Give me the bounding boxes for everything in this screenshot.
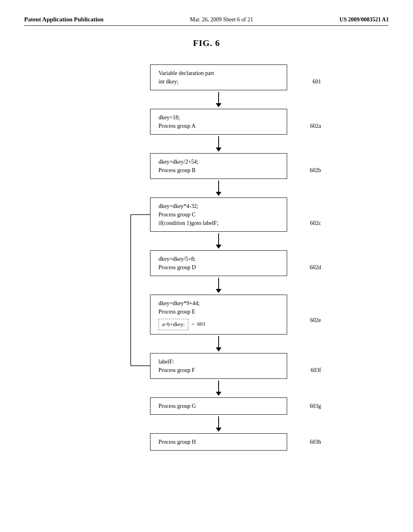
box-602b-line1: dkey=dkey/2+54; — [159, 159, 198, 165]
ref-603f: 603f — [311, 366, 321, 374]
box-603f: labelF: Process group F 603f — [150, 353, 287, 379]
arrow-head-4 — [216, 245, 221, 249]
ref-602c: 602c — [310, 219, 321, 227]
arrow-line-2 — [218, 136, 219, 148]
box-602b-line2: Process group B — [159, 167, 196, 173]
ref-602e: 602e — [310, 316, 321, 324]
box-601-line2: int dkey; — [159, 79, 178, 85]
arrow-6 — [216, 336, 221, 351]
box-602d-row: dkey=dkey/5+8; Process group D 602d — [150, 250, 287, 276]
ref-601: 601 — [313, 77, 321, 86]
box-602d: dkey=dkey/5+8; Process group D 602d — [150, 250, 287, 276]
figure-title: FIG. 6 — [24, 38, 389, 48]
arrow-head-1 — [216, 103, 221, 107]
arrow-4 — [216, 233, 221, 249]
box-602b-row: dkey=dkey/2+54; Process group B 602b — [150, 153, 287, 179]
box-603f-line1: labelF: — [159, 359, 174, 365]
box-602d-line2: Process group D — [159, 264, 196, 270]
box-601: Variable declaration part int dkey; 601 — [150, 64, 287, 90]
arrow-head-3 — [216, 192, 221, 196]
box-602c-line2: Process group C — [159, 212, 196, 218]
box-603f-row: labelF: Process group F 603f — [150, 353, 287, 379]
box-602e-row: dkey=dkey*9+44; Process group E a=b+dkey… — [150, 295, 287, 335]
arrow-line-4 — [218, 233, 219, 245]
box-602a-line2: Process group A — [159, 123, 196, 129]
arrow-line-6 — [218, 336, 219, 347]
arrow-5 — [216, 278, 221, 293]
box-602c-row: dkey=dkey*4-32; Process group C if(condi… — [150, 197, 287, 232]
ref-602d: 602d — [310, 263, 321, 272]
box-602c-line1: dkey=dkey*4-32; — [159, 203, 198, 209]
arrow-line-3 — [218, 181, 219, 192]
arrow-1 — [216, 92, 221, 107]
header-publication-type: Patent Application Publication — [24, 16, 104, 23]
box-603-inner: a=b+dkey; — [159, 319, 188, 330]
box-602a: dkey=18; Process group A 602a — [150, 109, 287, 135]
arrow-head-8 — [216, 428, 221, 432]
box-602e-line2: Process group E — [159, 309, 195, 315]
header-patent-number: US 2009/0083521 A1 — [340, 17, 389, 23]
flow-diagram: Variable declaration part int dkey; 601 … — [126, 64, 311, 451]
box-603g-row: Process group G 603g — [150, 397, 287, 415]
ref-603g: 603g — [310, 402, 321, 410]
arrow-head-6 — [216, 347, 221, 351]
box-601-line1: Variable declaration part — [159, 70, 214, 76]
box-602c-line3: if(condition 1)goto labelF; — [159, 220, 219, 226]
box-602d-line1: dkey=dkey/5+8; — [159, 256, 196, 262]
box-602b: dkey=dkey/2+54; Process group B 602b — [150, 153, 287, 179]
box-603f-line2: Process group F — [159, 367, 195, 373]
box-602a-row: dkey=18; Process group A 602a — [150, 109, 287, 135]
page-header: Patent Application Publication Mar. 26, … — [24, 16, 389, 26]
box-603h-row: Process group H 603h — [150, 433, 287, 451]
arrow-head-7 — [216, 392, 221, 396]
arrow-3 — [216, 181, 221, 196]
header-date-sheet: Mar. 26, 2009 Sheet 6 of 21 — [190, 17, 253, 23]
arrow-line-5 — [218, 278, 219, 289]
arrow-head-5 — [216, 289, 221, 293]
ref-602a: 602a — [310, 122, 321, 130]
box-603h-line1: Process group H — [159, 439, 196, 445]
arrow-2 — [216, 136, 221, 152]
box-602c: dkey=dkey*4-32; Process group C if(condi… — [150, 197, 287, 232]
arrow-line-7 — [218, 380, 219, 392]
box-602a-line1: dkey=18; — [159, 114, 180, 121]
ref-602b: 602b — [310, 166, 321, 175]
arrow-8 — [216, 416, 221, 432]
arrow-line-1 — [218, 92, 219, 103]
patent-page: { "header": { "left": "Patent Applicatio… — [0, 0, 413, 532]
box-603h: Process group H 603h — [150, 433, 287, 451]
ref-603-inner: ← 603 — [191, 320, 205, 328]
box-603g-line1: Process group G — [159, 403, 196, 409]
arrow-head-2 — [216, 148, 221, 152]
arrow-line-8 — [218, 416, 219, 428]
ref-603h: 603h — [310, 438, 321, 446]
box-602e-line1: dkey=dkey*9+44; — [159, 300, 200, 306]
box-603g: Process group G 603g — [150, 397, 287, 415]
box-601-row: Variable declaration part int dkey; 601 — [150, 64, 287, 90]
arrow-7 — [216, 380, 221, 396]
box-602e: dkey=dkey*9+44; Process group E a=b+dkey… — [150, 295, 287, 335]
